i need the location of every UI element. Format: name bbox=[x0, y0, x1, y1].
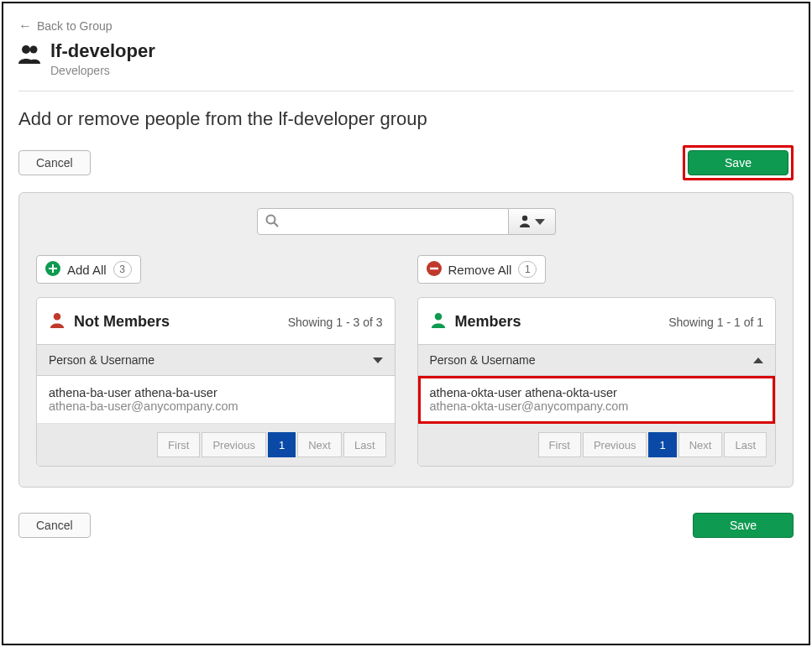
not-members-showing: Showing 1 - 3 of 3 bbox=[288, 316, 383, 329]
members-column: Remove All 1 Members Showing 1 - 1 of 1 bbox=[417, 255, 777, 467]
membership-panel: Add All 3 Not Members Showing 1 - 3 of 3 bbox=[18, 192, 794, 488]
person-icon bbox=[518, 214, 532, 230]
member-row[interactable]: athena-okta-user athena-okta-user athena… bbox=[418, 376, 776, 424]
left-arrow-icon: ← bbox=[18, 18, 32, 34]
group-icon bbox=[18, 40, 40, 66]
not-members-column: Add All 3 Not Members Showing 1 - 3 of 3 bbox=[36, 255, 396, 467]
search-icon bbox=[265, 214, 279, 230]
pager-first[interactable]: First bbox=[538, 432, 581, 457]
save-highlight: Save bbox=[683, 145, 794, 180]
add-all-count: 3 bbox=[113, 261, 132, 278]
svg-point-0 bbox=[22, 45, 30, 54]
pager-prev[interactable]: Previous bbox=[583, 432, 647, 457]
add-all-button[interactable]: Add All 3 bbox=[36, 255, 141, 284]
person-green-icon bbox=[430, 311, 447, 332]
back-label: Back to Group bbox=[37, 19, 113, 33]
members-pager: First Previous 1 Next Last bbox=[418, 424, 776, 466]
remove-all-button[interactable]: Remove All 1 bbox=[417, 255, 547, 284]
svg-point-8 bbox=[434, 313, 442, 321]
page-heading: Add or remove people from the lf-develop… bbox=[18, 108, 794, 130]
save-button[interactable]: Save bbox=[688, 150, 788, 175]
search-input[interactable] bbox=[257, 208, 509, 235]
members-showing: Showing 1 - 1 of 1 bbox=[668, 316, 763, 329]
divider bbox=[18, 91, 794, 91]
remove-all-count: 1 bbox=[518, 261, 537, 278]
person-red-icon bbox=[49, 311, 65, 332]
svg-point-2 bbox=[266, 216, 275, 224]
remove-all-label: Remove All bbox=[448, 263, 512, 277]
row-email: athena-ba-user@anycompany.com bbox=[49, 399, 383, 413]
pager-page-1[interactable]: 1 bbox=[648, 432, 676, 457]
pager-first[interactable]: First bbox=[157, 432, 200, 457]
not-members-title: Not Members bbox=[74, 313, 170, 331]
group-name: lf-developer bbox=[50, 40, 155, 62]
cancel-button[interactable]: Cancel bbox=[18, 150, 91, 175]
plus-circle-icon bbox=[45, 261, 60, 279]
svg-point-6 bbox=[54, 313, 61, 321]
pager-last[interactable]: Last bbox=[724, 432, 767, 457]
save-button-bottom[interactable]: Save bbox=[693, 513, 794, 538]
members-card: Members Showing 1 - 1 of 1 Person & User… bbox=[417, 297, 777, 467]
not-members-column-header[interactable]: Person & Username bbox=[37, 344, 395, 376]
not-member-row[interactable]: athena-ba-user athena-ba-user athena-ba-… bbox=[37, 376, 395, 424]
add-all-label: Add All bbox=[67, 263, 107, 277]
row-name: athena-okta-user athena-okta-user bbox=[430, 386, 764, 399]
sort-asc-icon bbox=[753, 357, 763, 363]
members-title: Members bbox=[455, 313, 521, 331]
pager-last[interactable]: Last bbox=[343, 432, 386, 457]
pager-page-1[interactable]: 1 bbox=[268, 432, 296, 457]
members-col-label: Person & Username bbox=[430, 353, 536, 367]
not-members-card: Not Members Showing 1 - 3 of 3 Person & … bbox=[36, 297, 396, 467]
svg-point-4 bbox=[522, 215, 527, 220]
minus-circle-icon bbox=[427, 261, 442, 279]
pager-prev[interactable]: Previous bbox=[202, 432, 266, 457]
sort-desc-icon bbox=[373, 357, 383, 363]
svg-line-3 bbox=[274, 223, 278, 227]
row-email: athena-okta-user@anycompany.com bbox=[430, 399, 764, 413]
caret-down-icon bbox=[535, 219, 545, 225]
group-subtitle: Developers bbox=[50, 64, 155, 77]
search-type-dropdown[interactable] bbox=[509, 208, 556, 235]
cancel-button-bottom[interactable]: Cancel bbox=[18, 513, 91, 538]
group-header: lf-developer Developers bbox=[18, 40, 794, 77]
not-members-col-label: Person & Username bbox=[49, 353, 155, 367]
not-members-pager: First Previous 1 Next Last bbox=[37, 424, 395, 466]
pager-next[interactable]: Next bbox=[297, 432, 342, 457]
pager-next[interactable]: Next bbox=[678, 432, 723, 457]
row-name: athena-ba-user athena-ba-user bbox=[49, 386, 383, 399]
back-to-group-link[interactable]: ← Back to Group bbox=[18, 18, 794, 34]
members-column-header[interactable]: Person & Username bbox=[418, 344, 776, 376]
svg-point-1 bbox=[30, 46, 38, 54]
search-bar bbox=[36, 208, 776, 235]
